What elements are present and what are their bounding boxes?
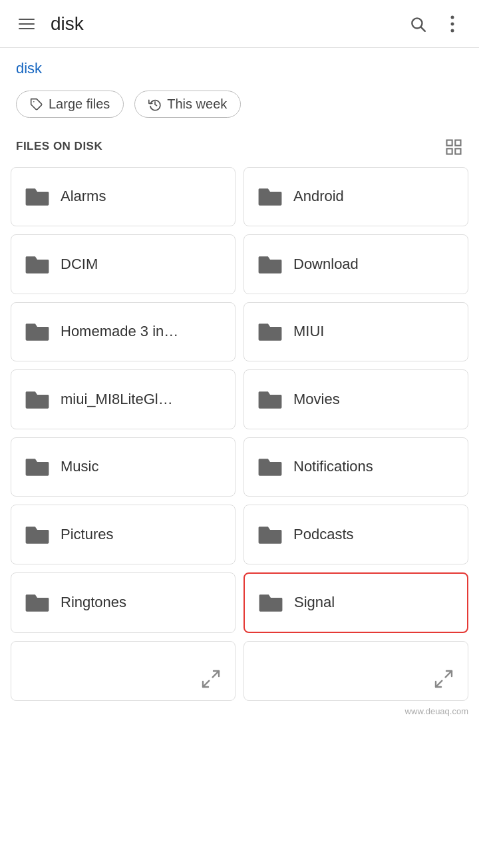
folder-icon-dcim [25,251,50,277]
more-options-button[interactable] [436,8,468,40]
folder-icon-notifications [257,454,283,480]
folder-item-movies[interactable]: Movies [243,369,468,429]
filter-row: Large files This week [0,84,479,131]
folder-item-partial-left[interactable] [11,641,236,701]
app-header: disk [0,0,479,48]
folder-icon-pictures [25,521,50,547]
folder-name-ringtones: Ringtones [61,594,126,611]
svg-rect-8 [447,148,452,154]
folder-icon-podcasts [257,521,283,547]
view-toggle-button[interactable] [444,136,463,156]
tag-icon [30,97,43,112]
folder-icon-android [257,184,283,210]
svg-point-3 [451,22,454,25]
folder-name-movies: Movies [293,391,340,408]
folder-icon-music [25,454,50,480]
svg-rect-6 [447,140,452,145]
folder-name-miui-ui: MIUI [293,323,324,340]
folder-item-alarms[interactable]: Alarms [11,167,236,226]
section-title: FILES ON DISK [16,140,102,153]
grid-view-icon [444,138,463,156]
folder-item-music[interactable]: Music [11,437,236,497]
folder-item-partial-right[interactable] [243,641,468,701]
folder-name-miui-mi8: miui_MI8LiteGl… [61,391,173,408]
history-icon [148,97,162,112]
svg-line-11 [203,681,209,687]
folder-item-podcasts[interactable]: Podcasts [243,505,468,564]
folder-icon-homemade [25,319,50,345]
folder-name-download: Download [293,256,359,273]
folder-icon-signal [258,590,283,616]
svg-line-13 [436,681,442,687]
expand-icon-right [433,667,454,690]
breadcrumb-text[interactable]: disk [16,60,42,77]
folder-icon-download [257,251,283,277]
breadcrumb: disk [0,48,479,84]
folder-name-pictures: Pictures [61,526,113,543]
folder-icon-ringtones [25,590,50,616]
files-grid: Alarms Android DCIM Download Homemade 3 … [0,167,479,633]
header-actions [402,8,468,40]
folder-item-signal[interactable]: Signal [243,572,468,633]
folder-item-miui-mi8[interactable]: miui_MI8LiteGl… [11,369,236,429]
folder-name-android: Android [293,188,344,205]
folder-item-android[interactable]: Android [243,167,468,226]
section-header: FILES ON DISK [0,131,479,167]
folder-name-dcim: DCIM [61,256,98,273]
svg-rect-9 [455,148,460,154]
folder-item-homemade[interactable]: Homemade 3 in… [11,302,236,361]
folder-item-miui-ui[interactable]: MIUI [243,302,468,361]
svg-point-2 [451,15,454,19]
expand-icon-left [200,667,222,690]
chip-large-files-label: Large files [49,97,110,112]
svg-line-12 [446,671,452,677]
svg-point-4 [451,29,454,32]
chip-this-week-label: This week [167,97,227,112]
svg-line-10 [213,671,219,677]
search-button[interactable] [402,8,434,40]
folder-icon-miui-mi8 [25,386,50,412]
chip-this-week[interactable]: This week [134,91,241,118]
search-icon [409,15,426,33]
folder-name-signal: Signal [294,594,335,611]
chip-large-files[interactable]: Large files [16,91,124,118]
menu-button[interactable] [11,8,43,40]
watermark: www.deuaq.com [0,701,479,719]
folder-name-podcasts: Podcasts [293,526,354,543]
folder-name-alarms: Alarms [61,188,106,205]
folder-name-homemade: Homemade 3 in… [61,323,178,340]
folder-item-ringtones[interactable]: Ringtones [11,572,236,633]
bottom-partial-row [0,633,479,701]
folder-item-dcim[interactable]: DCIM [11,234,236,294]
svg-line-1 [421,27,425,31]
svg-rect-7 [455,140,460,145]
folder-name-music: Music [61,458,98,475]
folder-name-notifications: Notifications [293,458,373,475]
hamburger-line-3 [19,28,35,29]
folder-icon-alarms [25,184,50,210]
folder-item-pictures[interactable]: Pictures [11,505,236,564]
folder-icon-movies [257,386,283,412]
folder-item-notifications[interactable]: Notifications [243,437,468,497]
folder-item-download[interactable]: Download [243,234,468,294]
hamburger-line-2 [19,23,35,25]
hamburger-line-1 [19,19,35,20]
app-title: disk [51,13,402,35]
folder-icon-miui-ui [257,319,283,345]
more-options-icon [450,15,454,33]
